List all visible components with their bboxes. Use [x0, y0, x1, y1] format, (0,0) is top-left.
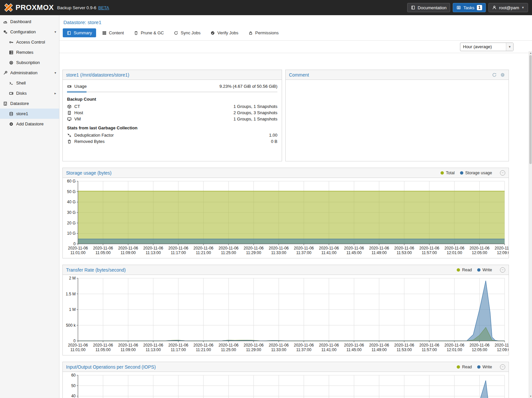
timeframe-select[interactable]: Hour (average) ▼ — [460, 43, 514, 51]
user-menu-button[interactable]: root@pam ▼ — [488, 3, 528, 12]
tab-sync-jobs[interactable]: Sync Jobs — [170, 28, 204, 37]
beta-link[interactable]: BETA — [98, 5, 109, 10]
svg-text:2020-11-06: 2020-11-06 — [419, 343, 440, 348]
legend-dot — [441, 171, 444, 175]
database-icon — [9, 112, 14, 116]
chevron-down-icon[interactable]: ▼ — [506, 43, 513, 51]
reload-icon[interactable] — [492, 72, 497, 78]
tasks-button[interactable]: Tasks 1 — [453, 3, 486, 12]
svg-text:2020-11-06: 2020-11-06 — [219, 246, 239, 250]
sidebar-item-disks[interactable]: Disks ▸ — [0, 88, 59, 98]
scrollbar-thumb[interactable] — [529, 55, 532, 164]
gear-icon[interactable] — [500, 72, 505, 78]
gc-label: Removed Bytes — [74, 139, 105, 144]
sidebar-item-administration[interactable]: Administration ▾ — [0, 68, 59, 78]
tab-prune-gc[interactable]: Prune & GC — [130, 28, 168, 37]
iops-header: Input/Output Operations per Second (IOPS… — [63, 362, 509, 372]
chevron-down-icon[interactable]: ▾ — [54, 30, 56, 34]
svg-text:11:57:00: 11:57:00 — [422, 250, 437, 255]
svg-text:2020-11-06: 2020-11-06 — [369, 246, 389, 250]
svg-text:2020-11-06: 2020-11-06 — [168, 343, 189, 348]
vertical-scrollbar[interactable]: ▲ ▼ — [529, 51, 532, 398]
comment-body[interactable] — [286, 80, 509, 161]
tab-label: Permissions — [255, 30, 279, 35]
sidebar-item-label: Subscription — [16, 60, 40, 65]
legend-item-read[interactable]: Read — [457, 365, 472, 369]
tab-verify-jobs[interactable]: Verify Jobs — [206, 28, 242, 37]
collapse-icon[interactable]: − — [500, 364, 505, 370]
legend-dot — [477, 365, 480, 369]
count-label: CT — [74, 104, 80, 109]
svg-text:2020-11-06: 2020-11-06 — [93, 246, 113, 250]
sidebar-item-label: store1 — [16, 111, 28, 116]
sidebar-item-store1[interactable]: store1 — [0, 109, 59, 119]
count-value: 1 Groups, 1 Snapshots — [233, 104, 277, 109]
tab-permissions[interactable]: Permissions — [244, 28, 283, 37]
chevron-down-icon[interactable]: ▾ — [54, 71, 56, 75]
svg-text:2020-11-06: 2020-11-06 — [118, 343, 138, 348]
svg-text:11:49:00: 11:49:00 — [372, 250, 387, 255]
tasks-count-badge: 1 — [477, 5, 482, 10]
scroll-down-icon[interactable]: ▼ — [529, 394, 532, 398]
support-icon — [9, 60, 14, 65]
gc-stats-heading: Stats from last Garbage Collection — [67, 122, 277, 132]
svg-text:11:09:00: 11:09:00 — [121, 348, 136, 352]
tab-content[interactable]: Content — [98, 28, 128, 37]
sidebar-item-label: Configuration — [10, 29, 36, 34]
legend-item-write[interactable]: Write — [477, 268, 492, 272]
sync-icon — [174, 31, 178, 35]
sidebar-item-configuration[interactable]: Configuration ▾ — [0, 27, 59, 37]
svg-text:2020-11-06: 2020-11-06 — [394, 343, 414, 348]
svg-text:11:05:00: 11:05:00 — [95, 348, 111, 352]
sidebar-item-dashboard[interactable]: Dashboard — [0, 17, 59, 27]
sidebar-item-subscription[interactable]: Subscription — [0, 57, 59, 68]
main-area: Datastore: store1 Summary Content Prune … — [59, 15, 532, 398]
iops-panel: Input/Output Operations per Second (IOPS… — [62, 362, 509, 398]
tab-label: Content — [109, 30, 124, 35]
collapse-icon[interactable]: − — [500, 267, 505, 273]
chevron-right-icon[interactable]: ▸ — [54, 91, 56, 95]
svg-text:40 G: 40 G — [67, 200, 76, 204]
collapse-icon[interactable]: − — [500, 170, 505, 176]
svg-text:11:41:00: 11:41:00 — [321, 348, 337, 352]
store-summary-title: store1 (/mnt/datastores/store1) — [66, 72, 129, 78]
svg-text:2020-11-06: 2020-11-06 — [470, 246, 490, 250]
backup-count-heading: Backup Count — [67, 93, 277, 103]
svg-text:11:21:00: 11:21:00 — [196, 250, 211, 255]
svg-text:1 M: 1 M — [69, 307, 76, 312]
svg-text:11:13:00: 11:13:00 — [146, 348, 161, 352]
svg-text:12:05:00: 12:05:00 — [472, 250, 487, 255]
svg-text:11:57:00: 11:57:00 — [422, 348, 437, 352]
documentation-button[interactable]: Documentation — [407, 3, 450, 12]
gc-value: 0 B — [271, 139, 277, 144]
legend-dot — [457, 268, 460, 272]
legend-dot — [460, 171, 463, 175]
usage-row: Usage 9.23% (4.67 GiB of 50.56 GiB) — [67, 83, 277, 89]
tab-label: Prune & GC — [141, 30, 164, 35]
gc-value: 1.00 — [269, 133, 277, 138]
legend-item-total[interactable]: Total — [441, 171, 454, 175]
legend-item-read[interactable]: Read — [457, 268, 472, 272]
legend-label: Total — [446, 171, 454, 175]
sidebar-item-access-control[interactable]: Access Control — [0, 37, 59, 47]
sidebar-item-label: Disks — [16, 91, 27, 96]
tab-label: Sync Jobs — [181, 30, 200, 35]
chevron-down-icon: ▼ — [521, 6, 524, 9]
scroll-up-icon[interactable]: ▲ — [529, 51, 532, 55]
sidebar-item-add-datastore[interactable]: Add Datastore — [0, 119, 59, 129]
legend-item-storage-usage[interactable]: Storage usage — [460, 171, 492, 175]
svg-text:11:29:00: 11:29:00 — [246, 348, 261, 352]
svg-text:2020-11-06: 2020-11-06 — [194, 246, 214, 250]
legend-label: Read — [462, 268, 472, 272]
count-row-host: Host 2 Groups, 3 Snapshots — [67, 110, 277, 116]
sidebar-item-datastore[interactable]: Datastore — [0, 98, 59, 109]
svg-text:2020-11-06: 2020-11-06 — [294, 246, 314, 250]
legend-item-write[interactable]: Write — [477, 365, 492, 369]
tab-summary[interactable]: Summary — [63, 28, 96, 37]
sidebar-item-shell[interactable]: Shell — [0, 78, 59, 88]
legend-dot — [457, 365, 460, 369]
sidebar-item-remotes[interactable]: Remotes — [0, 47, 59, 57]
svg-text:50: 50 — [71, 383, 76, 388]
svg-text:0: 0 — [73, 339, 76, 343]
top-bar: PROXMOX Backup Server 0.9-6 BETA Documen… — [0, 0, 532, 15]
